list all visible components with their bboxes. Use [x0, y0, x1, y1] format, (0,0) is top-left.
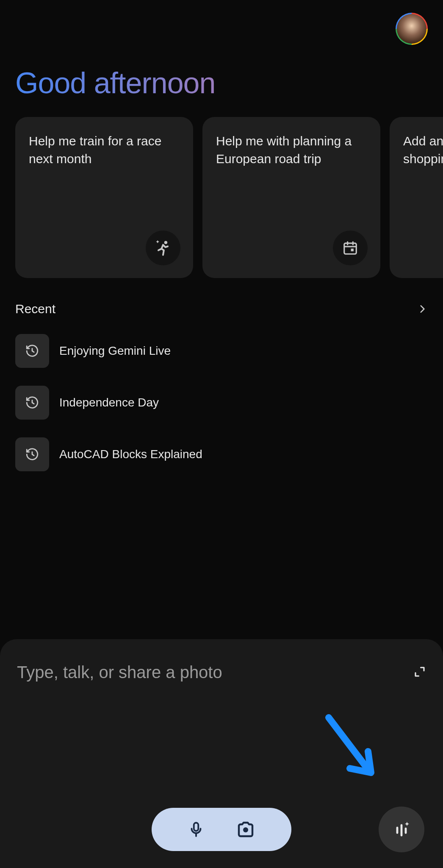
history-icon [15, 437, 49, 471]
suggestion-card[interactable]: Add an item to my shopping list [390, 117, 443, 278]
greeting-text: Good afternoon [0, 45, 443, 113]
svg-rect-5 [351, 249, 354, 251]
running-sparkle-icon [146, 231, 180, 265]
recent-item[interactable]: AutoCAD Blocks Explained [15, 437, 428, 471]
svg-point-14 [243, 827, 248, 832]
waveform-sparkle-icon [391, 819, 412, 840]
history-icon [15, 386, 49, 420]
input-panel: Type, talk, or share a photo [0, 639, 443, 868]
microphone-icon [187, 821, 205, 838]
suggestion-card-text: Help me train for a race next month [29, 132, 180, 168]
suggestion-card-text: Help me with planning a European road tr… [216, 132, 367, 168]
svg-rect-12 [194, 823, 199, 831]
live-voice-button[interactable] [379, 807, 424, 852]
recent-header[interactable]: Recent [15, 302, 428, 316]
chevron-right-icon [417, 303, 428, 314]
recent-item-label: Independence Day [59, 396, 159, 409]
suggestion-cards-row: Help me train for a race next month Help… [0, 113, 443, 278]
recent-item[interactable]: Enjoying Gemini Live [15, 334, 428, 368]
mic-camera-button[interactable] [152, 808, 291, 851]
prompt-input[interactable]: Type, talk, or share a photo [17, 663, 222, 682]
svg-point-0 [164, 241, 167, 244]
avatar-image [397, 14, 426, 44]
suggestion-card[interactable]: Help me train for a race next month [15, 117, 193, 278]
recent-title: Recent [15, 302, 55, 316]
camera-icon [235, 819, 256, 840]
history-icon [15, 334, 49, 368]
recent-item[interactable]: Independence Day [15, 386, 428, 420]
recent-item-label: Enjoying Gemini Live [59, 344, 171, 358]
svg-rect-1 [344, 243, 357, 254]
suggestion-card-text: Add an item to my shopping list [403, 132, 443, 168]
calendar-icon [333, 231, 368, 265]
recent-item-label: AutoCAD Blocks Explained [59, 448, 202, 461]
suggestion-card[interactable]: Help me with planning a European road tr… [202, 117, 380, 278]
expand-icon[interactable] [413, 665, 426, 680]
profile-avatar[interactable] [396, 13, 428, 45]
